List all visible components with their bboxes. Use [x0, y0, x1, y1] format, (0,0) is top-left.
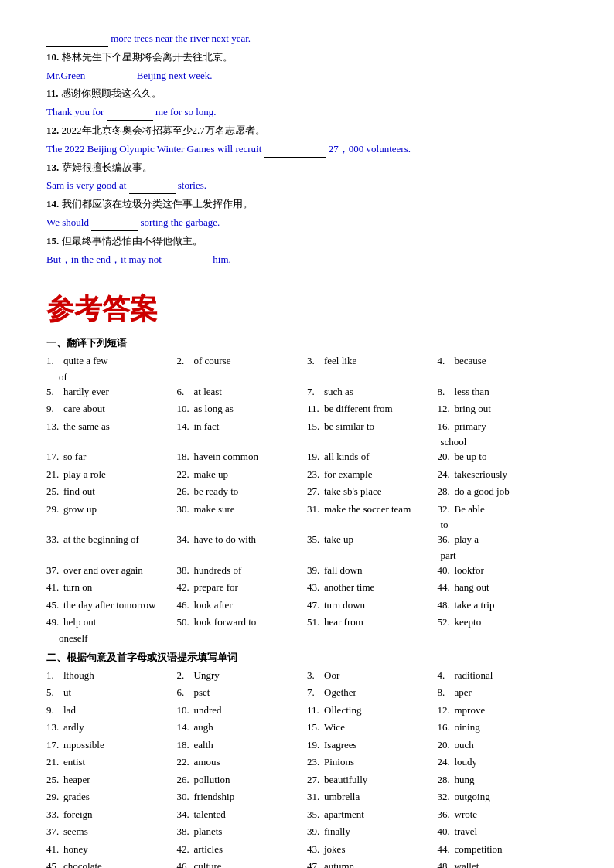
answer-11: 11.be different from: [307, 401, 438, 417]
blank-13: [129, 183, 176, 194]
answer-24: 24.takeseriously: [438, 467, 568, 482]
item-14-cn: 14. 我们都应该在垃圾分类这件事上发挥作用。: [46, 196, 568, 213]
answer-row-12: 45.the day after tomorrow 46.look after …: [46, 597, 568, 614]
section-two-title: 二、根据句意及首字母或汉语提示填写单词: [46, 651, 568, 665]
answer-4: 4.because: [438, 353, 568, 369]
s2-row-5: 17.mpossible 18.ealth 19.Isagrees 20.ouc…: [46, 737, 568, 754]
item-15-cn: 15. 但最终事情恐怕由不得他做主。: [46, 233, 568, 250]
s2-a5: 5.ut: [46, 685, 177, 700]
answer-49: 49.help out: [46, 614, 177, 630]
answer-45: 45.the day after tomorrow: [46, 597, 177, 613]
item-14-en: We should sorting the garbage.: [46, 215, 568, 231]
blank-11: [107, 110, 153, 121]
top-section: more trees near the river next year. 10.…: [46, 31, 568, 267]
num-11: 11.: [46, 87, 59, 99]
item-12-cn: 12. 2022年北京冬奥会将招募至少2.7万名志愿者。: [46, 123, 568, 139]
s2-a24: 24.loudy: [438, 754, 568, 770]
answer-3: 3.feel like: [307, 353, 438, 369]
answer-row-3: 9.care about 10.as long as 11.be differe…: [46, 401, 568, 418]
s2-a21: 21.entist: [46, 754, 177, 770]
reference-title: 参考答案: [46, 291, 568, 328]
blank-14: [91, 220, 138, 231]
s2-a14: 14.augh: [177, 720, 308, 735]
answer-row-2: 5.hardly ever 6.at least 7.such as 8.les…: [46, 384, 568, 401]
answer-46: 46.look after: [177, 597, 308, 613]
answer-33: 33.at the beginning of: [46, 532, 177, 547]
s2-a42: 42.articles: [177, 842, 308, 857]
cn-15: 但最终事情恐怕由不得他做主。: [62, 235, 203, 247]
s2-a35: 35.apartment: [307, 807, 438, 822]
answer-row-10: 37.over and over again 38.hundreds of 39…: [46, 563, 568, 580]
answer-row-1b: of: [59, 371, 568, 383]
answer-37: 37.over and over again: [46, 563, 177, 578]
s2-a34: 34.talented: [177, 807, 308, 822]
en-suffix-11: me for so long.: [155, 106, 217, 117]
answer-8: 8.less than: [438, 384, 568, 400]
answer-10: 10.as long as: [177, 401, 308, 417]
answer-20: 20.be up to: [438, 449, 568, 465]
answer-7: 7.such as: [307, 384, 438, 400]
en-prefix-13: Sam is very good at: [46, 179, 126, 191]
answer-9: 9.care about: [46, 401, 177, 417]
s2-a7: 7.Ogether: [307, 685, 438, 700]
answer-5: 5.hardly ever: [46, 384, 177, 400]
num-15: 15.: [46, 235, 59, 247]
en-suffix-15: him.: [213, 254, 230, 265]
answer-2: 2.of course: [177, 353, 308, 369]
s2-a9: 9.lad: [46, 703, 177, 718]
s2-a25: 25.heaper: [46, 772, 177, 788]
num-14: 14.: [46, 198, 59, 209]
s2-a41: 41.honey: [46, 842, 177, 857]
s2-row-9: 33.foreign 34.talented 35.apartment 36.w…: [46, 807, 568, 824]
answer-31: 31.make the soccer team: [307, 502, 438, 517]
s2-a30: 30.friendship: [177, 789, 308, 805]
s2-row-11: 41.honey 42.articles 43.jokes 44.competi…: [46, 842, 568, 859]
s2-a43: 43.jokes: [307, 842, 438, 857]
s2-a22: 22.amous: [177, 754, 308, 770]
s2-a47: 47.autumn: [307, 859, 438, 868]
answer-34: 34.have to do with: [177, 532, 308, 547]
s2-a23: 23.Pinions: [307, 754, 438, 770]
item-blank-top: more trees near the river next year.: [46, 31, 568, 47]
s2-row-1: 1.lthough 2.Ungry 3.Oor 4.raditional: [46, 668, 568, 685]
section-one: 一、翻译下列短语 1.quite a few 2.of course 3.fee…: [46, 336, 568, 645]
s2-a40: 40.travel: [438, 824, 568, 839]
answer-row-11: 41.turn on 42.prepare for 43.another tim…: [46, 580, 568, 597]
answer-32: 32.Be able: [438, 502, 568, 517]
cn-10: 格林先生下个星期将会离开去往北京。: [62, 51, 233, 63]
blank-12: [264, 147, 326, 158]
s2-a26: 26.pollution: [177, 772, 308, 788]
en-suffix-14: sorting the garbage.: [140, 216, 220, 228]
cn-12: 2022年北京冬奥会将招募至少2.7万名志愿者。: [62, 124, 265, 136]
answer-43: 43.another time: [307, 580, 438, 595]
section-two-answers: 1.lthough 2.Ungry 3.Oor 4.raditional 5.u…: [46, 668, 568, 868]
answer-25: 25.find out: [46, 484, 177, 499]
answer-16: 16.primary: [438, 419, 568, 434]
answer-29: 29.grow up: [46, 502, 177, 517]
section-two: 二、根据句意及首字母或汉语提示填写单词 1.lthough 2.Ungry 3.…: [46, 651, 568, 868]
en-suffix-10: Beijing next week.: [137, 70, 213, 81]
answer-51: 51.hear from: [307, 614, 438, 630]
s2-a32: 32.outgoing: [438, 789, 568, 805]
num-10: 10.: [46, 51, 59, 63]
s2-a8: 8.aper: [438, 685, 568, 700]
answer-22: 22.make up: [177, 467, 308, 482]
en-prefix-15: But，in the end，it may not: [46, 254, 162, 265]
item-10-cn: 10. 格林先生下个星期将会离开去往北京。: [46, 49, 568, 66]
answer-row-6: 21.play a role 22.make up 23.for example…: [46, 467, 568, 484]
answer-14: 14.in fact: [177, 419, 308, 434]
answer-52: 52.keepto: [438, 614, 568, 630]
s2-a33: 33.foreign: [46, 807, 177, 822]
s2-a44: 44.competition: [438, 842, 568, 857]
cn-13: 萨姆很擅长编故事。: [62, 162, 152, 173]
answer-30: 30.make sure: [177, 502, 308, 517]
s2-a6: 6.pset: [177, 685, 308, 700]
answer-row-13b: oneself: [59, 632, 568, 645]
answer-41: 41.turn on: [46, 580, 177, 595]
answer-13: 13.the same as: [46, 419, 177, 434]
s2-a46: 46.culture: [177, 859, 308, 868]
num-13: 13.: [46, 162, 59, 173]
answer-50: 50.look forward to: [177, 614, 308, 630]
s2-row-4: 13.ardly 14.augh 15.Wice 16.oining: [46, 720, 568, 737]
answer-36: 36.play a: [438, 532, 568, 547]
